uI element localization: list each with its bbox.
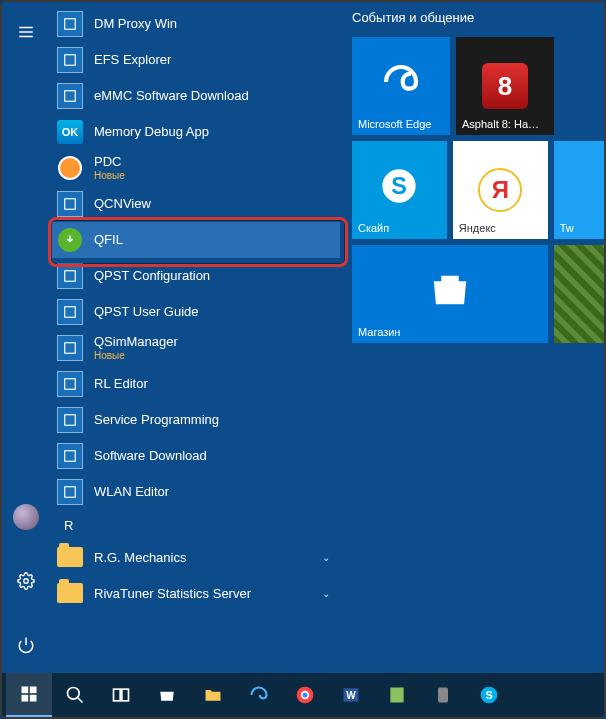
app-item-efs-explorer[interactable]: EFS Explorer [50,42,340,78]
taskbar-store-button[interactable] [144,673,190,717]
folder-label: RivaTuner Statistics Server [94,586,251,601]
svg-rect-21 [30,695,37,702]
taskbar-start-button[interactable] [6,673,52,717]
app-item-software-download[interactable]: Software Download [50,438,340,474]
app-item-qpst-user-guide[interactable]: QPST User Guide [50,294,340,330]
taskbar-file-explorer-button[interactable] [190,673,236,717]
app-item-emmc-software-download[interactable]: eMMC Software Download [50,78,340,114]
svg-rect-32 [438,688,448,703]
svg-rect-13 [65,415,76,426]
app-label: Service Programming [94,412,219,428]
app-label: WLAN Editor [94,484,169,500]
app-icon [56,334,84,362]
taskbar-taskview-button[interactable] [98,673,144,717]
svg-rect-15 [65,487,76,498]
app-item-qsimmanager[interactable]: QSimManagerНовые [50,330,340,366]
app-item-dm-proxy-win[interactable]: DM Proxy Win [50,6,340,42]
app-label: DM Proxy Win [94,16,177,32]
svg-rect-31 [390,688,403,703]
app-item-qpst-configuration[interactable]: QPST Configuration [50,258,340,294]
section-letter[interactable]: R [50,510,340,539]
tiles-panel: События и общение Microsoft Edge8Asphalt… [340,2,604,675]
tile-yandex[interactable]: ЯЯндекс [453,141,548,239]
app-icon [56,154,84,182]
app-sublabel: Новые [94,350,178,362]
app-icon [56,46,84,74]
app-list[interactable]: DM Proxy WinEFS ExplorereMMC Software Do… [50,2,340,675]
chevron-down-icon: ⌄ [322,588,330,599]
taskbar-device-button[interactable] [420,673,466,717]
svg-point-28 [303,693,308,698]
tile-xbox[interactable]: 8Asphalt 8: Ha… [456,37,554,135]
taskbar: WS [2,673,604,717]
taskbar-search-button[interactable] [52,673,98,717]
tile-twitter[interactable]: Tw [554,141,604,239]
user-account-button[interactable] [4,495,48,539]
store-icon [428,268,472,320]
app-item-qcnview[interactable]: QCNView [50,186,340,222]
app-item-wlan-editor[interactable]: WLAN Editor [50,474,340,510]
app-label: QPST Configuration [94,268,210,284]
tile-edge[interactable]: Microsoft Edge [352,37,450,135]
svg-line-23 [78,698,83,703]
svg-point-22 [68,688,80,700]
start-menu: DM Proxy WinEFS ExplorereMMC Software Do… [2,2,604,675]
app-label: Memory Debug App [94,124,209,140]
folder-item-r-g-mechanics[interactable]: R.G. Mechanics⌄ [50,539,340,575]
tiles-heading: События и общение [352,10,604,25]
taskbar-chrome-button[interactable] [282,673,328,717]
app-icon [56,262,84,290]
tile-minecraft[interactable] [554,245,604,343]
svg-point-3 [24,579,29,584]
app-label: eMMC Software Download [94,88,249,104]
app-sublabel: Новые [94,170,125,182]
svg-rect-12 [65,379,76,390]
app-icon [56,370,84,398]
app-label: PDC [94,154,125,170]
app-icon [56,442,84,470]
tile-store[interactable]: Магазин [352,245,548,343]
xbox-icon: 8 [482,63,528,109]
svg-rect-25 [122,689,129,701]
svg-text:S: S [392,173,408,199]
svg-rect-20 [22,695,29,702]
svg-rect-18 [22,687,29,694]
app-item-service-programming[interactable]: Service Programming [50,402,340,438]
taskbar-notepadpp-button[interactable] [374,673,420,717]
svg-rect-5 [65,19,76,30]
settings-button[interactable] [4,559,48,603]
app-item-rl-editor[interactable]: RL Editor [50,366,340,402]
left-rail [2,2,50,675]
app-item-pdc[interactable]: PDCНовые [50,150,340,186]
svg-text:W: W [346,690,356,701]
tile-label: Asphalt 8: Ha… [462,118,550,130]
svg-rect-11 [65,343,76,354]
hamburger-menu-button[interactable] [4,10,48,54]
app-icon [56,298,84,326]
app-item-qfil[interactable]: QFIL [50,222,340,258]
minecraft-icon [554,245,604,343]
svg-rect-8 [65,199,76,210]
avatar-icon [13,504,39,530]
taskbar-skype-button[interactable]: S [466,673,512,717]
app-item-memory-debug-app[interactable]: OKMemory Debug App [50,114,340,150]
taskbar-edge-button[interactable] [236,673,282,717]
svg-rect-10 [65,307,76,318]
app-label: EFS Explorer [94,52,171,68]
folder-icon [56,579,84,607]
app-icon [56,406,84,434]
app-icon [56,478,84,506]
app-label: QFIL [94,232,123,248]
app-label: Software Download [94,448,207,464]
svg-rect-7 [65,91,76,102]
app-icon [56,226,84,254]
tile-skype[interactable]: SСкайп [352,141,447,239]
svg-rect-24 [114,689,121,701]
folder-icon [56,543,84,571]
edge-icon [381,62,421,110]
tile-label: Microsoft Edge [358,118,446,130]
power-button[interactable] [4,623,48,667]
folder-item-rivatuner-statistics-server[interactable]: RivaTuner Statistics Server⌄ [50,575,340,611]
taskbar-word-button[interactable]: W [328,673,374,717]
tile-label: Tw [560,222,600,234]
